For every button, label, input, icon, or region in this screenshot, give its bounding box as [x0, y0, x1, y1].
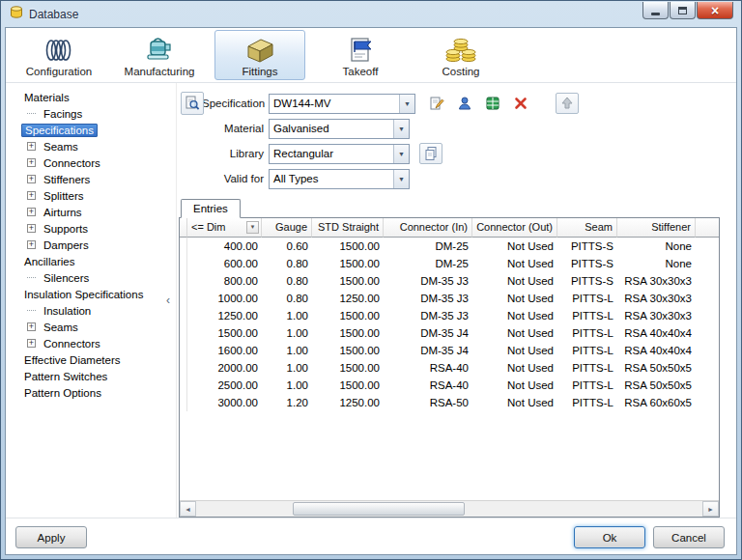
maximize-button[interactable] — [670, 2, 696, 19]
table-row[interactable]: 2000.001.001500.00RSA-40Not UsedPITTS-LR… — [180, 359, 719, 377]
toolbar-item-costing[interactable]: Costing — [415, 30, 506, 80]
main-panel: Specification DW144-MV ▼ — [176, 83, 728, 518]
table-row[interactable]: 1600.001.001500.00DM-35 J4Not UsedPITTS-… — [180, 342, 719, 359]
cell-stiffener: RSA 30x30x3 — [617, 290, 696, 307]
tree-item-pattern-switches[interactable]: Pattern Switches — [12, 368, 160, 384]
tree-item-dampers[interactable]: +Dampers — [12, 237, 160, 253]
tree-item-connectors[interactable]: +Connectors — [12, 335, 160, 351]
table-row[interactable]: 600.000.801500.00DM-25Not UsedPITTS-SNon… — [180, 255, 719, 272]
print-preview-button[interactable] — [181, 92, 204, 115]
cell-gauge: 0.80 — [262, 272, 312, 290]
horizontal-scrollbar[interactable]: ◄ ► — [180, 500, 719, 517]
column-header-dim[interactable]: <= Dim▼ — [187, 218, 262, 238]
tree-item-connectors[interactable]: +Connectors — [12, 154, 160, 171]
tree-item-specifications[interactable]: Specifications — [12, 122, 160, 138]
delete-specification-button[interactable] — [509, 93, 532, 114]
column-header-s[interactable]: S — [696, 218, 720, 238]
filter-dropdown-icon[interactable]: ▼ — [246, 221, 259, 234]
tree-item-insulation-specifications[interactable]: Insulation Specifications — [12, 286, 160, 302]
expand-plus-icon[interactable]: + — [27, 240, 36, 249]
column-header-std-straight[interactable]: STD Straight — [312, 218, 384, 238]
scroll-thumb[interactable] — [293, 502, 465, 516]
cell-dim: 2500.00 — [187, 377, 262, 394]
column-header-seam[interactable]: Seam — [557, 218, 617, 238]
cell-s: 1 — [696, 290, 720, 307]
close-button[interactable]: × — [697, 2, 733, 19]
library-label: Library — [202, 148, 264, 159]
database-app-icon — [10, 6, 23, 23]
column-header-gauge[interactable]: Gauge — [262, 218, 312, 238]
tree-item-materials[interactable]: Materials — [12, 89, 160, 105]
tree-item-label: Insulation — [41, 304, 94, 318]
scroll-right-button[interactable]: ► — [702, 501, 719, 517]
tree-item-facings[interactable]: Facings — [12, 105, 160, 122]
sidebar-splitter[interactable]: ‹ — [160, 83, 176, 518]
expand-plus-icon[interactable]: + — [27, 339, 36, 348]
material-select[interactable]: Galvanised ▼ — [269, 119, 410, 139]
table-row[interactable]: 400.000.601500.00DM-25Not UsedPITTS-SNon… — [180, 238, 719, 255]
tree-item-seams[interactable]: +Seams — [12, 319, 160, 335]
table-row[interactable]: 2500.001.001500.00RSA-40Not UsedPITTS-LR… — [180, 377, 719, 394]
chevron-down-icon[interactable]: ▼ — [393, 120, 409, 138]
table-row[interactable]: 1500.001.001500.00DM-35 J4Not UsedPITTS-… — [180, 324, 719, 342]
tree-item-label: Seams — [41, 140, 81, 154]
chevron-down-icon[interactable]: ▼ — [393, 145, 409, 163]
database-window: Database × Configuration — [0, 0, 742, 560]
tree-item-effective-diameters[interactable]: Effective Diameters — [12, 351, 160, 368]
minimize-button[interactable] — [642, 2, 669, 19]
cell-connector-in: DM-25 — [384, 238, 472, 255]
edit-specification-button[interactable] — [425, 93, 448, 114]
apply-button[interactable]: Apply — [15, 526, 87, 548]
toolbar-item-fittings[interactable]: Fittings — [214, 30, 305, 80]
column-header-connector-in[interactable]: Connector (In) — [384, 218, 472, 238]
tree-item-seams[interactable]: +Seams — [12, 138, 160, 154]
export-table-button[interactable] — [481, 93, 504, 114]
expand-plus-icon[interactable]: + — [27, 142, 36, 151]
footer-bar: Apply Ok Cancel — [6, 518, 736, 554]
toolbar-item-configuration[interactable]: Configuration — [14, 30, 104, 80]
collapse-sidebar-icon[interactable]: ‹ — [166, 294, 170, 307]
tree-item-airturns[interactable]: +Airturns — [12, 204, 160, 220]
expand-plus-icon[interactable]: + — [27, 158, 36, 167]
scroll-track[interactable] — [196, 501, 702, 517]
table-row[interactable]: 800.000.801500.00DM-35 J3Not UsedPITTS-S… — [180, 272, 719, 290]
table-row[interactable]: 3000.001.201250.00RSA-50Not UsedPITTS-LR… — [180, 394, 719, 411]
import-button[interactable] — [556, 93, 579, 114]
expand-plus-icon[interactable]: + — [27, 224, 36, 233]
tree-item-splitters[interactable]: +Splitters — [12, 187, 160, 204]
toolbar-item-manufacturing[interactable]: Manufacturing — [114, 30, 205, 80]
toolbar-item-takeoff[interactable]: Takeoff — [315, 30, 406, 80]
expand-plus-icon[interactable]: + — [27, 208, 36, 216]
column-header-connector-out[interactable]: Connector (Out) — [472, 218, 557, 238]
tree-item-supports[interactable]: +Supports — [12, 220, 160, 237]
tree-item-pattern-options[interactable]: Pattern Options — [12, 384, 160, 401]
close-icon: × — [711, 4, 719, 17]
cell-connector-out: Not Used — [472, 377, 557, 394]
copy-library-button[interactable] — [419, 143, 442, 164]
tree-item-stiffeners[interactable]: +Stiffeners — [12, 171, 160, 187]
column-header-stiffener[interactable]: Stiffener — [617, 218, 696, 238]
cell-std-straight: 1500.00 — [312, 324, 384, 342]
entries-tab[interactable]: Entries — [181, 199, 241, 218]
tree-item-ancillaries[interactable]: Ancillaries — [12, 253, 160, 269]
table-row[interactable]: 1000.000.801250.00DM-35 J3Not UsedPITTS-… — [180, 290, 719, 307]
expand-plus-icon[interactable]: + — [27, 322, 36, 331]
table-row[interactable]: 1250.001.001500.00DM-35 J3Not UsedPITTS-… — [180, 307, 719, 324]
cell-stiffener: RSA 30x30x3 — [617, 307, 696, 324]
expand-plus-icon[interactable]: + — [27, 175, 36, 183]
titlebar[interactable]: Database × — [1, 1, 741, 27]
tree-item-silencers[interactable]: Silencers — [12, 269, 160, 286]
specification-select[interactable]: DW144-MV ▼ — [269, 94, 415, 114]
ok-button[interactable]: Ok — [574, 526, 645, 548]
row-gutter — [180, 238, 187, 255]
tree-item-insulation[interactable]: Insulation — [12, 302, 160, 319]
validfor-select[interactable]: All Types ▼ — [269, 169, 410, 189]
specification-value: DW144-MV — [270, 95, 399, 113]
scroll-left-button[interactable]: ◄ — [180, 501, 196, 517]
user-specification-button[interactable] — [453, 93, 476, 114]
library-select[interactable]: Rectangular ▼ — [269, 144, 410, 164]
expand-plus-icon[interactable]: + — [27, 191, 36, 200]
chevron-down-icon[interactable]: ▼ — [399, 95, 414, 113]
cancel-button[interactable]: Cancel — [653, 526, 725, 548]
chevron-down-icon[interactable]: ▼ — [393, 170, 409, 188]
